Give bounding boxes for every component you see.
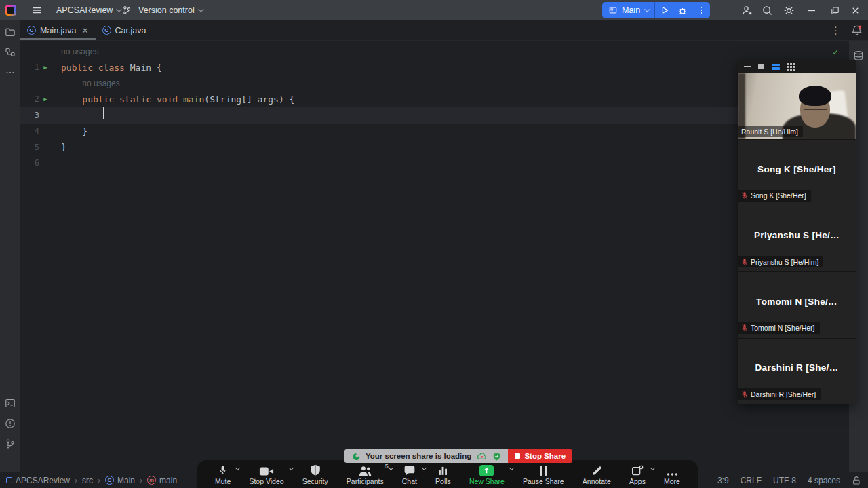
zoom-gallery-view-icon[interactable]: [787, 63, 795, 71]
chevron-up-icon[interactable]: [235, 466, 240, 470]
text-caret: [103, 107, 104, 119]
chevron-up-icon[interactable]: [509, 466, 514, 470]
debug-button[interactable]: [673, 2, 692, 18]
code-text[interactable]: }: [61, 126, 87, 136]
participant-tiles: Song K [She/Her]Song K [She/Her]Priyansh…: [738, 139, 856, 404]
chevron-up-icon[interactable]: [650, 466, 655, 470]
participant-name-label: Tomomi N [She/Her]: [738, 322, 820, 334]
more-tool-windows-button[interactable]: [0, 62, 20, 83]
problems-tool-button[interactable]: [0, 413, 20, 434]
class-icon: C: [102, 26, 111, 35]
gutter: 4: [20, 126, 61, 136]
stop-video-button[interactable]: Stop Video: [249, 464, 283, 488]
participant-tile[interactable]: Song K [She/Her]Song K [She/Her]: [738, 139, 856, 206]
person-add-icon: [741, 5, 753, 16]
inspections-ok-icon[interactable]: ✓: [833, 47, 838, 57]
zoom-toolbar: MuteStop VideoSecurity5ParticipantsChatP…: [197, 460, 698, 488]
participant-name-label: Darshini R [She/Her]: [738, 388, 821, 400]
pause-icon: [539, 464, 548, 476]
security-button[interactable]: Security: [302, 464, 328, 488]
terminal-tool-button[interactable]: [0, 393, 20, 413]
speaker-silhouette: [804, 109, 827, 113]
tab-car-java[interactable]: CCar.java: [96, 20, 153, 40]
minimize-window-button[interactable]: [804, 2, 820, 18]
zoom-minimize-icon[interactable]: [744, 66, 751, 67]
mute-button[interactable]: Mute: [215, 464, 231, 488]
structure-tool-button[interactable]: [0, 42, 20, 62]
code-text[interactable]: public static void main(String[] args) {: [61, 94, 294, 105]
apps-button[interactable]: Apps: [629, 464, 646, 488]
intellij-logo-icon: [5, 5, 16, 16]
project-tool-button[interactable]: [0, 22, 20, 42]
more-button[interactable]: More: [664, 464, 680, 488]
participants-button[interactable]: 5Participants: [347, 464, 384, 488]
close-tab-icon[interactable]: ✕: [82, 26, 89, 35]
chevron-up-icon[interactable]: [422, 466, 427, 470]
active-speaker-video[interactable]: Raunit S [He/Him]: [738, 73, 856, 139]
toolbar-button-label: More: [664, 477, 680, 485]
participant-name: Tomomi N [She/…: [756, 297, 837, 314]
chevron-up-icon[interactable]: [289, 466, 294, 470]
breadcrumb-main[interactable]: CMain: [105, 476, 135, 485]
annotate-button[interactable]: Annotate: [583, 464, 611, 488]
breadcrumb-apcsareview[interactable]: APCSAReview: [6, 476, 70, 485]
more-run-options-button[interactable]: [692, 2, 710, 18]
toolbar-button-label: Chat: [402, 477, 417, 485]
zoom-speaker-view-icon[interactable]: [758, 64, 764, 69]
toolbar-button-label: Annotate: [583, 477, 611, 485]
new-share-button[interactable]: New Share: [469, 464, 505, 488]
close-window-button[interactable]: [847, 2, 863, 18]
polls-button[interactable]: Polls: [435, 464, 451, 488]
participant-tile[interactable]: Priyanshu S [He/…Priyanshu S [He/Him]: [738, 206, 856, 272]
run-gutter-icon[interactable]: ▶: [39, 96, 52, 102]
settings-button[interactable]: [781, 2, 797, 18]
encoding-widget[interactable]: UTF-8: [773, 476, 796, 485]
run-gutter-icon[interactable]: ▶: [39, 64, 52, 71]
class-icon: C: [105, 476, 114, 485]
code-text[interactable]: public class Main {: [61, 62, 162, 73]
search-everywhere-button[interactable]: [759, 2, 775, 18]
git-tool-button[interactable]: [0, 434, 20, 454]
problems-icon: [5, 418, 16, 429]
stop-share-button[interactable]: Stop Share: [508, 449, 572, 463]
code-text[interactable]: }: [61, 142, 66, 152]
breadcrumb-main[interactable]: mmain: [147, 476, 177, 485]
tab-options-button[interactable]: ⋮: [831, 24, 841, 37]
tab-main-java[interactable]: CMain.java✕: [20, 20, 96, 40]
zoom-strip-view-icon[interactable]: [772, 64, 780, 70]
sharing-phone-icon: [351, 452, 360, 461]
line-number: 5: [20, 143, 39, 152]
share-icon: [479, 464, 494, 476]
breadcrumbs: APCSAReview›src›CMain›mmain: [0, 476, 177, 485]
caret-position-widget[interactable]: 3:9: [717, 476, 729, 485]
run-configuration-selector[interactable]: Main: [602, 2, 654, 18]
toolbar-button-label: Participants: [347, 477, 384, 485]
usages-hint[interactable]: no usages: [61, 79, 120, 88]
version-control-widget[interactable]: Version control: [114, 2, 207, 18]
chat-button[interactable]: Chat: [402, 464, 417, 488]
lock-widget[interactable]: [852, 476, 861, 485]
participant-name: Darshini R [She/…: [755, 362, 839, 379]
usages-hint[interactable]: no usages: [61, 47, 98, 56]
add-account-button[interactable]: [738, 2, 755, 18]
chat-icon: [403, 464, 416, 476]
main-menu-button[interactable]: [24, 2, 50, 18]
ide-title-bar: APCSAReview Version control Main: [0, 0, 868, 20]
run-widget: Main: [602, 2, 710, 18]
restore-window-button[interactable]: [827, 2, 843, 18]
indent-widget[interactable]: 4 spaces: [808, 476, 840, 485]
git-branch-icon: [5, 438, 16, 449]
restore-icon: [830, 5, 840, 16]
run-button[interactable]: [655, 2, 673, 18]
participant-tile[interactable]: Darshini R [She/…Darshini R [She/Her]: [738, 338, 856, 405]
notifications-button[interactable]: [851, 24, 863, 36]
breadcrumb-src[interactable]: src: [82, 476, 93, 485]
participant-tile[interactable]: Tomomi N [She/…Tomomi N [She/Her]: [738, 271, 856, 338]
line-separator-widget[interactable]: CRLF: [741, 476, 762, 485]
cloud-recording-icon[interactable]: [477, 452, 487, 460]
security-shield-icon[interactable]: [492, 452, 501, 461]
shield-icon: [310, 464, 321, 476]
toolbar-button-label: Polls: [435, 477, 451, 485]
pause-share-button[interactable]: Pause Share: [523, 464, 564, 488]
chevron-up-icon[interactable]: [389, 466, 393, 470]
